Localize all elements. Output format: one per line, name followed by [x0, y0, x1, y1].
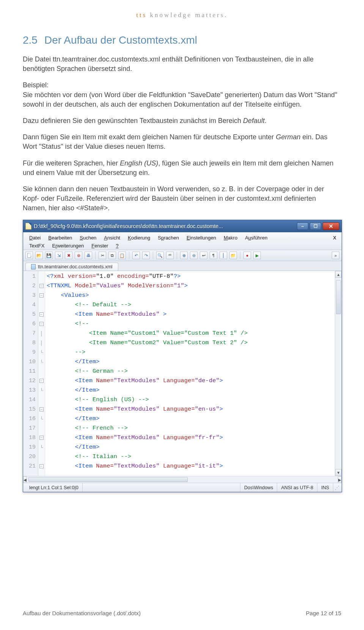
file-icon — [31, 264, 36, 269]
tb-print-icon[interactable]: 🖶 — [85, 252, 92, 259]
tb-saveall-icon[interactable]: ⇲ — [55, 252, 63, 259]
para-6: Sie können dann den neuen Textbaustein i… — [23, 184, 341, 213]
tb-close-icon[interactable]: ✖ — [65, 252, 72, 259]
scroll-track[interactable] — [335, 278, 342, 469]
tb-copy-icon[interactable]: ⧉ — [108, 252, 116, 259]
menu-kodierung[interactable]: Kodierung — [124, 234, 154, 242]
scroll-left-icon[interactable]: ◀ — [23, 476, 27, 483]
para-1: Die Datei ttn.teamtrainer.doc.customtext… — [23, 55, 341, 74]
menu-fenster[interactable]: Fenster — [88, 242, 112, 250]
menu-ansicht[interactable]: Ansicht — [100, 234, 124, 242]
scroll-thumb[interactable] — [336, 280, 341, 314]
tb-divider — [129, 252, 129, 259]
menu-bearbeiten[interactable]: Bearbeiten — [44, 234, 76, 242]
tb-indentguide-icon[interactable]: ⎮ — [220, 252, 227, 259]
tb-invisible-icon[interactable]: ¶ — [210, 252, 217, 259]
scroll-thumb-h[interactable] — [28, 477, 188, 482]
para-3: Dazu definieren Sie den gewünschten Text… — [23, 116, 341, 126]
brand-tts: tts — [136, 11, 147, 19]
tb-zoomout-icon[interactable]: ⊖ — [190, 252, 198, 259]
line-gutter: 123456789101112131415161718192021 — [23, 271, 38, 476]
tb-divider — [95, 252, 96, 259]
footer-left: Aufbau der Dokumentationsvorlage (.dot/.… — [23, 610, 141, 616]
tb-redo-icon[interactable]: ↷ — [142, 252, 150, 259]
window-buttons: – ☐ ✕ — [297, 222, 339, 230]
horizontal-scrollbar[interactable]: ◀ ▶ — [23, 476, 342, 483]
section-heading: 2.5Der Aufbau der Customtexts.xml — [23, 34, 341, 46]
tb-wrap-icon[interactable]: ↩ — [200, 252, 207, 259]
code-content[interactable]: <?xml version="1.0" encoding="UTF-8"?><T… — [45, 271, 335, 476]
tb-find-icon[interactable]: 🔍 — [156, 252, 164, 259]
para-5: Für die weiteren Sprachen, hier English … — [23, 159, 341, 178]
menu-ausfuehren[interactable]: Ausführen — [241, 234, 271, 242]
vertical-scrollbar[interactable]: ▲ ▼ — [335, 271, 342, 476]
menubar-close[interactable]: X — [330, 234, 339, 241]
tb-divider — [240, 252, 240, 259]
statusbar: lengt Ln:1 Col:1 Sel:0|0 Dos\Windows ANS… — [23, 483, 342, 492]
status-encoding: ANSI as UTF-8 — [277, 483, 317, 492]
menu-textfx[interactable]: TextFX — [25, 242, 48, 250]
close-button[interactable]: ✕ — [323, 222, 339, 230]
status-eol: Dos\Windows — [240, 483, 277, 492]
menu-datei[interactable]: Datei — [25, 234, 44, 242]
tb-play-icon[interactable]: ▶ — [253, 252, 261, 259]
status-spacer — [83, 483, 240, 492]
tb-divider — [177, 252, 177, 259]
maximize-button[interactable]: ☐ — [310, 222, 321, 230]
page-footer: Aufbau der Dokumentationsvorlage (.dot/.… — [23, 610, 341, 616]
tb-zoomin-icon[interactable]: ⊕ — [180, 252, 188, 259]
scroll-down-icon[interactable]: ▼ — [335, 469, 342, 476]
window-title: D:\ttkf_90\cfg-9.0\ttn.kf\config\initial… — [34, 223, 295, 229]
editor-window: D:\ttkf_90\cfg-9.0\ttn.kf\config\initial… — [23, 220, 342, 492]
menu-einstellungen[interactable]: Einstellungen — [183, 234, 220, 242]
tb-divider — [153, 252, 153, 259]
para-2: Beispiel: Sie möchten vor dem (von Word … — [23, 80, 341, 109]
section-title: Der Aufbau der Customtexts.xml — [44, 34, 197, 46]
tb-save-icon[interactable]: 💾 — [45, 252, 53, 259]
tb-folder-icon[interactable]: 📁 — [229, 252, 237, 259]
tb-new-icon[interactable] — [25, 252, 33, 259]
tb-undo-icon[interactable]: ↶ — [132, 252, 140, 259]
editor-tab[interactable]: ttn.teamtrainer.doc.customtexts.xml — [25, 263, 118, 271]
tb-replace-icon[interactable]: ᵃᵇ — [166, 252, 174, 259]
scroll-up-icon[interactable]: ▲ — [335, 271, 342, 278]
toolbar: 📂 💾 ⇲ ✖ ⊗ 🖶 ✂ ⧉ 📋 ↶ ↷ 🔍 ᵃᵇ ⊕ ⊖ ↩ ¶ ⎮ 📁 ●… — [23, 250, 342, 261]
tb-chevron-icon[interactable]: » — [332, 252, 339, 259]
document-icon — [25, 223, 31, 230]
menu-erweiterungen[interactable]: Erweiterungen — [48, 242, 88, 250]
tab-bar: ttn.teamtrainer.doc.customtexts.xml — [23, 261, 342, 271]
menu-makro[interactable]: Makro — [220, 234, 241, 242]
tb-record-icon[interactable]: ● — [243, 252, 251, 259]
menu-suchen[interactable]: Suchen — [76, 234, 100, 242]
footer-right: Page 12 of 15 — [306, 610, 341, 616]
section-number: 2.5 — [23, 34, 38, 46]
tab-label: ttn.teamtrainer.doc.customtexts.xml — [38, 264, 113, 269]
window-titlebar[interactable]: D:\ttkf_90\cfg-9.0\ttn.kf\config\initial… — [23, 220, 342, 232]
tb-closeall-icon[interactable]: ⊗ — [75, 252, 82, 259]
menu-help[interactable]: ? — [112, 242, 122, 250]
brand-tag: knowledge matters. — [150, 11, 228, 19]
minimize-button[interactable]: – — [297, 222, 308, 230]
tb-cut-icon[interactable]: ✂ — [99, 252, 106, 259]
tb-open-icon[interactable]: 📂 — [35, 252, 43, 259]
brand-header: tts knowledge matters. — [23, 11, 341, 19]
scroll-track-h[interactable] — [27, 476, 338, 483]
resize-grip-icon[interactable]: ⋰ — [333, 485, 339, 490]
tb-paste-icon[interactable]: 📋 — [118, 252, 126, 259]
menubar: Datei Bearbeiten Suchen Ansicht Kodierun… — [23, 232, 342, 250]
editor-area: 123456789101112131415161718192021 −−−−││… — [23, 271, 342, 476]
fold-gutter: −−−−││└└−└−└−└− — [38, 271, 45, 476]
menu-sprachen[interactable]: Sprachen — [154, 234, 183, 242]
status-position: lengt Ln:1 Col:1 Sel:0|0 — [25, 483, 83, 492]
scroll-right-icon[interactable]: ▶ — [338, 476, 342, 483]
status-insert: INS — [317, 483, 333, 492]
para-4: Dann fügen Sie ein Item mit exakt dem gl… — [23, 132, 341, 151]
